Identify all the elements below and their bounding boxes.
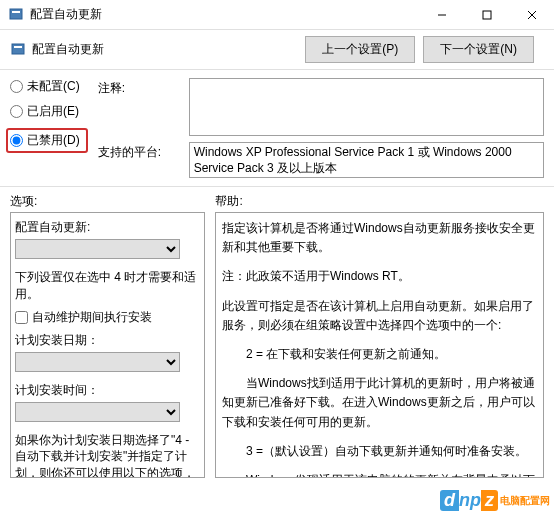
options-panel[interactable]: 配置自动更新: 下列设置仅在选中 4 时才需要和适用。 自动维护期间执行安装 计… xyxy=(10,212,205,478)
help-p2: 注：此政策不适用于Windows RT。 xyxy=(222,267,537,286)
window-titlebar: 配置自动更新 xyxy=(0,0,554,30)
config-area: 未配置(C) 已启用(E) 已禁用(D) 注释: 支持的平台: Windows … xyxy=(0,70,554,187)
help-p5: 当Windows找到适用于此计算机的更新时，用户将被通知更新已准备好下载。在进入… xyxy=(222,374,537,432)
close-button[interactable] xyxy=(509,0,554,30)
toolbar: 配置自动更新 上一个设置(P) 下一个设置(N) xyxy=(0,30,554,70)
maximize-button[interactable] xyxy=(464,0,509,30)
auto-maintenance-input[interactable] xyxy=(15,311,28,324)
radio-enabled-input[interactable] xyxy=(10,105,23,118)
radio-enabled-label: 已启用(E) xyxy=(27,103,79,120)
help-p1: 指定该计算机是否将通过Windows自动更新服务接收安全更新和其他重要下载。 xyxy=(222,219,537,257)
help-panel[interactable]: 指定该计算机是否将通过Windows自动更新服务接收安全更新和其他重要下载。 注… xyxy=(215,212,544,478)
options-section-label: 选项: xyxy=(10,193,215,210)
radio-disabled[interactable]: 已禁用(D) xyxy=(6,128,88,153)
platform-label: 支持的平台: xyxy=(98,142,183,161)
sched-time-label: 计划安装时间： xyxy=(15,382,200,399)
sched-note: 如果你为计划安装日期选择了"4 - 自动下载并计划安装"并指定了计划，则你还可以… xyxy=(15,432,200,478)
watermark-text: 电脑配置网 xyxy=(500,494,550,508)
help-section-label: 帮助: xyxy=(215,193,544,210)
toolbar-title: 配置自动更新 xyxy=(32,41,305,58)
radio-not-configured-input[interactable] xyxy=(10,80,23,93)
options-heading: 配置自动更新: xyxy=(15,219,200,236)
sched-day-select[interactable] xyxy=(15,352,180,372)
radio-disabled-label: 已禁用(D) xyxy=(27,132,80,149)
platform-textbox: Windows XP Professional Service Pack 1 或… xyxy=(189,142,544,178)
comment-label: 注释: xyxy=(98,78,183,97)
radio-not-configured[interactable]: 未配置(C) xyxy=(10,78,88,95)
help-p3: 此设置可指定是否在该计算机上启用自动更新。如果启用了服务，则必须在组策略设置中选… xyxy=(222,297,537,335)
svg-rect-6 xyxy=(12,44,24,54)
app-icon xyxy=(8,7,24,23)
options-note: 下列设置仅在选中 4 时才需要和适用。 xyxy=(15,269,200,303)
help-p7: Windows发现适用于该电脑的的更新并在背景中予以下载（用户不被通知或在此过程… xyxy=(222,471,537,478)
sched-day-label: 计划安装日期： xyxy=(15,332,200,349)
help-p4: 2 = 在下载和安装任何更新之前通知。 xyxy=(222,345,537,364)
watermark-logo: dnpz xyxy=(440,490,498,511)
svg-rect-3 xyxy=(483,11,491,19)
svg-rect-0 xyxy=(10,9,22,19)
radio-disabled-input[interactable] xyxy=(10,134,23,147)
help-p6: 3 =（默认设置）自动下载更新并通知何时准备安装。 xyxy=(222,442,537,461)
radio-not-configured-label: 未配置(C) xyxy=(27,78,80,95)
next-setting-button[interactable]: 下一个设置(N) xyxy=(423,36,534,63)
svg-rect-7 xyxy=(14,46,22,48)
comment-textarea[interactable] xyxy=(189,78,544,136)
prev-setting-button[interactable]: 上一个设置(P) xyxy=(305,36,415,63)
auto-maintenance-label: 自动维护期间执行安装 xyxy=(32,309,152,326)
svg-rect-1 xyxy=(12,11,20,13)
bottom-panels: 配置自动更新: 下列设置仅在选中 4 时才需要和适用。 自动维护期间执行安装 计… xyxy=(0,212,554,488)
minimize-button[interactable] xyxy=(419,0,464,30)
policy-icon xyxy=(10,42,26,58)
update-mode-select[interactable] xyxy=(15,239,180,259)
radio-enabled[interactable]: 已启用(E) xyxy=(10,103,88,120)
section-labels: 选项: 帮助: xyxy=(0,187,554,212)
sched-time-select[interactable] xyxy=(15,402,180,422)
window-title: 配置自动更新 xyxy=(30,6,419,23)
auto-maintenance-checkbox[interactable]: 自动维护期间执行安装 xyxy=(15,309,200,326)
watermark: dnpz 电脑配置网 xyxy=(440,490,550,511)
